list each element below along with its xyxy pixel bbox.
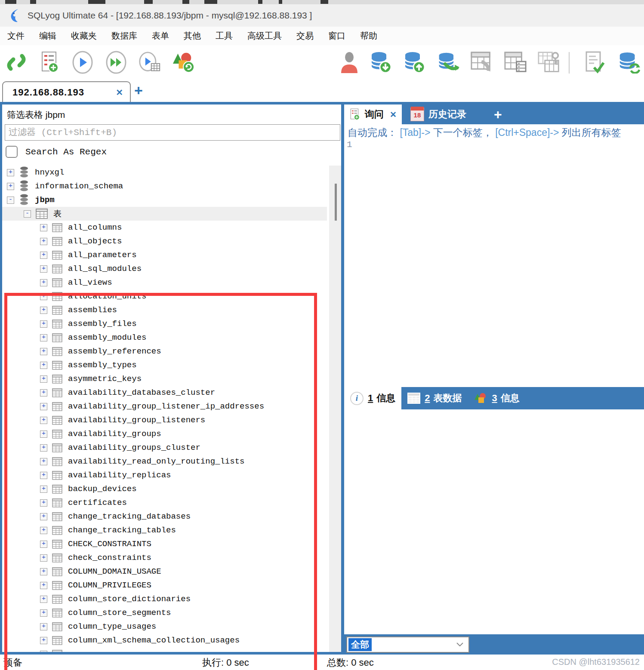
tree-item-asymmetric_keys[interactable]: +asymmetric_keys bbox=[2, 372, 327, 386]
tree-item-information_schema[interactable]: +information_schema bbox=[2, 179, 327, 193]
expand-icon[interactable]: + bbox=[40, 362, 47, 369]
new-query-editor-icon[interactable] bbox=[39, 51, 61, 74]
refresh-database-icon[interactable] bbox=[618, 51, 640, 74]
expand-icon[interactable]: + bbox=[40, 623, 47, 630]
expand-icon[interactable]: + bbox=[7, 183, 14, 190]
tree-item-column_store_dictionaries[interactable]: +column_store_dictionaries bbox=[2, 592, 327, 606]
query-check-icon[interactable] bbox=[583, 51, 606, 74]
chart-refresh-icon[interactable] bbox=[172, 51, 194, 74]
results-tab-2[interactable]: 2表数据 bbox=[401, 387, 468, 409]
table-relations-key-icon[interactable] bbox=[538, 51, 560, 74]
expand-icon[interactable]: + bbox=[40, 389, 47, 396]
close-session-icon[interactable]: ✕ bbox=[116, 87, 123, 98]
session-tab-192-168-88-193[interactable]: 192.168.88.193 ✕ bbox=[2, 81, 131, 103]
expand-icon[interactable]: + bbox=[40, 348, 47, 355]
tree-item-all_objects[interactable]: +all_objects bbox=[2, 234, 327, 248]
tab-query[interactable]: 询问 ✕ bbox=[344, 104, 402, 124]
tree-item-hnyxgl[interactable]: +hnyxgl bbox=[2, 166, 327, 179]
tree-item-availability_databases_cluster[interactable]: +availability_databases_cluster bbox=[2, 386, 327, 400]
menu-item-窗口[interactable]: 窗口 bbox=[321, 30, 353, 42]
menu-item-文件[interactable]: 文件 bbox=[0, 30, 32, 42]
copy-table-icon[interactable] bbox=[471, 51, 493, 74]
tree-item-change_tracking_tables[interactable]: +change_tracking_tables bbox=[2, 523, 327, 537]
expand-icon[interactable]: + bbox=[40, 596, 47, 603]
filter-input[interactable] bbox=[5, 124, 340, 141]
menu-item-其他[interactable]: 其他 bbox=[176, 30, 208, 42]
tree-item-column_store_segments[interactable]: +column_store_segments bbox=[2, 606, 327, 620]
tab-history[interactable]: 18 历史记录 bbox=[405, 104, 471, 124]
add-session-icon[interactable]: + bbox=[134, 83, 143, 98]
tree-item-all_parameters[interactable]: +all_parameters bbox=[2, 248, 327, 262]
tree-item-column_xml_schema_collection_usages[interactable]: +column_xml_schema_collection_usages bbox=[2, 633, 327, 647]
menu-item-交易[interactable]: 交易 bbox=[289, 30, 321, 42]
tree-item-assemblies[interactable]: +assemblies bbox=[2, 303, 327, 317]
tree-item-availability_groups_cluster[interactable]: +availability_groups_cluster bbox=[2, 441, 327, 455]
expand-icon[interactable]: + bbox=[40, 582, 47, 589]
tree-item-all_columns[interactable]: +all_columns bbox=[2, 221, 327, 234]
tree-item-availability_replicas[interactable]: +availability_replicas bbox=[2, 468, 327, 482]
tree-item-COLUMN_DOMAIN_USAGE[interactable]: +COLUMN_DOMAIN_USAGE bbox=[2, 565, 327, 578]
execute-to-grid-icon[interactable] bbox=[139, 51, 161, 74]
tree-scrollbar[interactable] bbox=[329, 166, 341, 652]
add-query-tab-icon[interactable]: + bbox=[494, 107, 502, 123]
expand-icon[interactable]: + bbox=[40, 458, 47, 465]
expand-icon[interactable]: + bbox=[40, 499, 47, 507]
sync-database-icon[interactable] bbox=[437, 51, 459, 74]
collapse-icon[interactable]: - bbox=[7, 197, 14, 204]
expand-icon[interactable]: + bbox=[40, 637, 47, 644]
menu-item-收藏夹[interactable]: 收藏夹 bbox=[64, 30, 104, 42]
collapse-icon[interactable]: - bbox=[24, 210, 31, 218]
regex-checkbox[interactable] bbox=[6, 146, 18, 158]
results-tab-3[interactable]: 3信息 bbox=[468, 387, 526, 409]
expand-icon[interactable]: + bbox=[40, 265, 47, 273]
menu-item-帮助[interactable]: 帮助 bbox=[353, 30, 385, 42]
expand-icon[interactable]: + bbox=[40, 238, 47, 245]
expand-icon[interactable]: + bbox=[40, 472, 47, 479]
tree-item-backup_devices[interactable]: +backup_devices bbox=[2, 482, 327, 496]
tree-item-all_views[interactable]: +all_views bbox=[2, 276, 327, 289]
menu-item-编辑[interactable]: 编辑 bbox=[32, 30, 64, 42]
expand-icon[interactable]: + bbox=[40, 375, 47, 383]
import-database-icon[interactable] bbox=[370, 51, 392, 74]
expand-icon[interactable]: + bbox=[40, 513, 47, 520]
expand-icon[interactable]: + bbox=[40, 320, 47, 328]
expand-icon[interactable]: + bbox=[40, 430, 47, 438]
tree-item-assembly_references[interactable]: +assembly_references bbox=[2, 344, 327, 358]
tree-item-availability_group_listeners[interactable]: +availability_group_listeners bbox=[2, 413, 327, 427]
expand-icon[interactable]: + bbox=[40, 609, 47, 617]
expand-icon[interactable]: + bbox=[40, 403, 47, 410]
tree-item-assembly_modules[interactable]: +assembly_modules bbox=[2, 331, 327, 344]
expand-icon[interactable]: + bbox=[40, 651, 47, 652]
tree-item-availability_groups[interactable]: +availability_groups bbox=[2, 427, 327, 441]
tree-item-check_constraints[interactable]: +check_constraints bbox=[2, 551, 327, 565]
tree-item-assembly_types[interactable]: +assembly_types bbox=[2, 358, 327, 372]
menu-item-工具[interactable]: 工具 bbox=[208, 30, 240, 42]
tree-item-allocation_units[interactable]: +allocation_units bbox=[2, 289, 327, 303]
tree-item-partial[interactable]: + bbox=[2, 647, 327, 652]
tree-item-assembly_files[interactable]: +assembly_files bbox=[2, 317, 327, 331]
expand-icon[interactable]: + bbox=[40, 527, 47, 534]
tree-scrollbar-thumb[interactable] bbox=[335, 184, 337, 221]
user-manager-icon[interactable] bbox=[338, 51, 361, 74]
tree-item-availability_read_only_routing_lists[interactable]: +availability_read_only_routing_lists bbox=[2, 455, 327, 468]
expand-icon[interactable]: + bbox=[40, 293, 47, 300]
alter-table-icon[interactable] bbox=[504, 51, 527, 74]
tree-item-certificates[interactable]: +certificates bbox=[2, 496, 327, 510]
tree-item-表[interactable]: -表 bbox=[2, 207, 327, 221]
menu-item-数据库[interactable]: 数据库 bbox=[104, 30, 145, 42]
expand-icon[interactable]: + bbox=[40, 279, 47, 286]
execute-query-icon[interactable] bbox=[71, 51, 94, 74]
execute-all-queries-icon[interactable] bbox=[105, 51, 127, 74]
expand-icon[interactable]: + bbox=[40, 417, 47, 424]
tree-item-change_tracking_databases[interactable]: +change_tracking_databases bbox=[2, 510, 327, 523]
expand-icon[interactable]: + bbox=[40, 224, 47, 231]
results-filter-select[interactable]: 全部 bbox=[346, 636, 469, 653]
expand-icon[interactable]: + bbox=[40, 252, 47, 259]
expand-icon[interactable]: + bbox=[40, 568, 47, 575]
expand-icon[interactable]: + bbox=[40, 486, 47, 493]
export-database-icon[interactable] bbox=[404, 51, 426, 74]
expand-icon[interactable]: + bbox=[40, 554, 47, 562]
expand-icon[interactable]: + bbox=[40, 541, 47, 548]
menu-item-高级工具[interactable]: 高级工具 bbox=[240, 30, 289, 42]
close-query-icon[interactable]: ✕ bbox=[390, 110, 397, 120]
